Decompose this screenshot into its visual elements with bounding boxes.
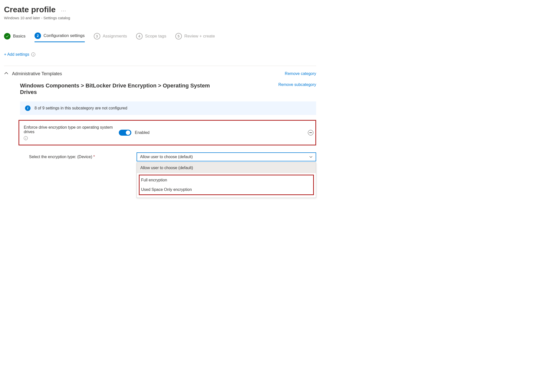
step-number-icon: 5 [175, 33, 182, 39]
info-banner: i 8 of 9 settings in this subcategory ar… [20, 101, 316, 115]
info-icon[interactable]: i [24, 136, 28, 140]
dropdown-option-usedspace[interactable]: Used Space Only encryption [140, 185, 313, 194]
toggle-switch[interactable] [119, 130, 131, 136]
check-icon [4, 33, 11, 39]
info-icon: i [25, 105, 31, 111]
step-review-create[interactable]: 5 Review + create [175, 33, 215, 42]
toggle-knob [126, 130, 130, 135]
category-title: Administrative Templates [12, 71, 62, 76]
wizard-stepper: Basics 2 Configuration settings 3 Assign… [4, 32, 316, 42]
step-number-icon: 3 [94, 33, 100, 39]
required-asterisk: * [93, 155, 95, 159]
toggle-state-label: Enabled [135, 130, 150, 135]
step-basics[interactable]: Basics [4, 33, 26, 42]
setting-enforce-encryption: Enforce drive encryption type on operati… [19, 120, 316, 145]
step-scope-tags[interactable]: 4 Scope tags [136, 33, 166, 42]
more-menu-icon[interactable]: ··· [61, 8, 66, 13]
highlighted-options: Full encryption Used Space Only encrypti… [139, 175, 314, 195]
remove-category-link[interactable]: Remove category [285, 71, 316, 76]
setting-label-text: Enforce drive encryption type on operati… [24, 125, 114, 134]
info-icon[interactable]: i [31, 52, 35, 56]
dropdown-option-default[interactable]: Allow user to choose (default) [137, 163, 316, 173]
divider [4, 66, 316, 66]
select-value: Allow user to choose (default) [140, 155, 193, 159]
step-number-icon: 2 [35, 32, 41, 39]
add-settings-button[interactable]: + Add settings i [4, 52, 35, 57]
chevron-down-icon [309, 155, 313, 159]
encryption-type-select[interactable]: Allow user to choose (default) [137, 152, 316, 161]
chevron-up-icon[interactable] [4, 71, 9, 76]
remove-subcategory-link[interactable]: Remove subcategory [278, 82, 316, 87]
step-assignments[interactable]: 3 Assignments [94, 33, 127, 42]
subcategory-title: Windows Components > BitLocker Drive Enc… [20, 82, 215, 95]
select-label: Select the encryption type: (Device) [29, 155, 92, 159]
encryption-type-dropdown: Allow user to choose (default) Full encr… [137, 162, 316, 198]
page-title: Create profile [4, 5, 56, 14]
minus-icon [309, 132, 312, 133]
step-label: Basics [13, 34, 26, 39]
step-number-icon: 4 [136, 33, 143, 39]
dropdown-option-full[interactable]: Full encryption [140, 175, 313, 185]
step-configuration-settings[interactable]: 2 Configuration settings [35, 32, 85, 42]
page-subtitle: Windows 10 and later - Settings catalog [4, 16, 316, 20]
add-settings-label: + Add settings [4, 52, 29, 57]
step-label: Assignments [103, 34, 127, 39]
step-label: Review + create [184, 34, 215, 39]
info-banner-text: 8 of 9 settings in this subcategory are … [35, 106, 127, 110]
remove-setting-button[interactable] [308, 130, 313, 135]
step-label: Configuration settings [44, 33, 85, 38]
step-label: Scope tags [145, 34, 166, 39]
